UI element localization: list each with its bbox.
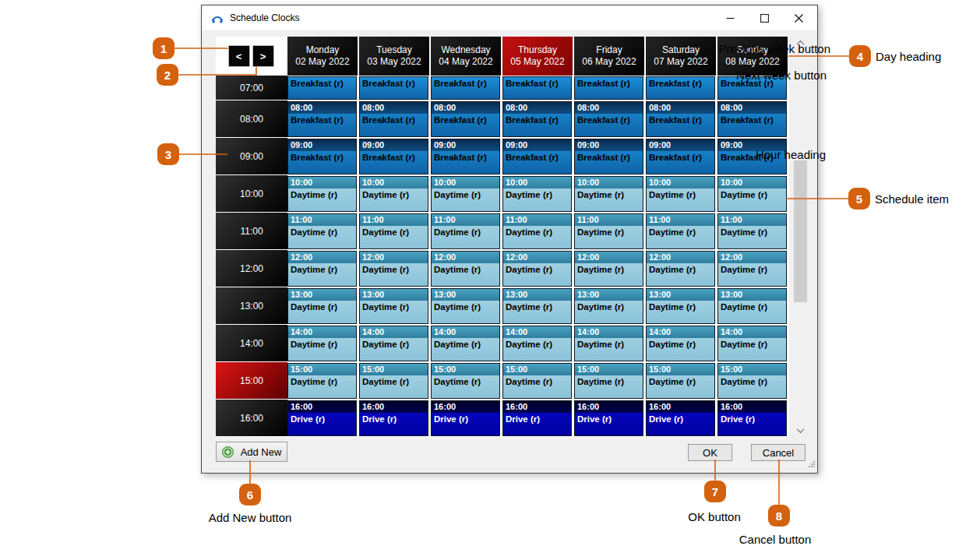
schedule-item[interactable]: 13:00Daytime (r) [646, 288, 715, 324]
schedule-item[interactable]: 15:00Daytime (r) [287, 363, 357, 399]
add-new-button[interactable]: Add New [216, 442, 287, 462]
schedule-item[interactable]: 11:00Daytime (r) [287, 213, 357, 249]
schedule-item[interactable]: 08:00Breakfast (r) [431, 101, 500, 137]
schedule-item-time: 09:00 [432, 139, 499, 151]
schedule-item[interactable]: 08:00Breakfast (r) [359, 101, 428, 137]
annotation-label-3: Hour heading [756, 148, 826, 161]
schedule-cell: 15:00Daytime (r) [359, 362, 431, 400]
schedule-item[interactable]: 12:00Daytime (r) [359, 251, 428, 287]
schedule-item-name: Breakfast (r) [503, 151, 571, 162]
schedule-item[interactable]: 09:00Breakfast (r) [502, 139, 572, 174]
schedule-item[interactable]: 13:00Daytime (r) [717, 288, 787, 324]
day-heading-monday: Monday02 May 2022 [287, 37, 358, 76]
schedule-item[interactable]: 10:00Daytime (r) [431, 176, 500, 212]
schedule-item-time: 14:00 [718, 326, 786, 338]
schedule-cell: 13:00Daytime (r) [431, 287, 502, 325]
scroll-down-button[interactable] [793, 424, 808, 437]
schedule-item[interactable]: 13:00Daytime (r) [574, 288, 643, 324]
schedule-item[interactable]: 14:00Daytime (r) [359, 326, 428, 361]
schedule-item[interactable]: 16:00Drive (r) [574, 400, 643, 436]
schedule-item[interactable]: 10:00Daytime (r) [502, 176, 572, 212]
schedule-item[interactable]: 14:00Daytime (r) [574, 326, 643, 361]
schedule-item[interactable]: 11:00Daytime (r) [574, 213, 643, 249]
schedule-item-time: 08:00 [503, 102, 571, 114]
minimize-button[interactable] [713, 5, 747, 30]
schedule-item[interactable]: 09:00Breakfast (r) [646, 139, 715, 174]
schedule-item[interactable]: 16:00Drive (r) [287, 400, 357, 436]
schedule-item[interactable]: 10:00Daytime (r) [287, 176, 357, 212]
schedule-item[interactable]: 14:00Daytime (r) [502, 326, 572, 361]
scroll-thumb[interactable] [794, 160, 807, 302]
next-week-button[interactable]: > [252, 45, 274, 67]
schedule-item[interactable]: 12:00Daytime (r) [574, 251, 643, 287]
schedule-item[interactable]: 09:00Breakfast (r) [287, 139, 357, 174]
resize-grip[interactable] [807, 457, 816, 471]
schedule-item-name: Breakfast (r) [432, 151, 499, 162]
schedule-item[interactable]: Breakfast (r) [359, 76, 428, 100]
schedule-item[interactable]: 11:00Daytime (r) [359, 213, 428, 249]
schedule-item[interactable]: 12:00Daytime (r) [431, 251, 500, 287]
schedule-item[interactable]: 11:00Daytime (r) [646, 213, 715, 249]
schedule-item[interactable]: 12:00Daytime (r) [646, 251, 715, 287]
schedule-cell: 15:00Daytime (r) [287, 362, 359, 400]
schedule-item[interactable]: 09:00Breakfast (r) [431, 139, 500, 174]
schedule-cell: 15:00Daytime (r) [431, 362, 502, 400]
schedule-item[interactable]: 08:00Breakfast (r) [502, 101, 572, 137]
schedule-item[interactable]: 16:00Drive (r) [359, 400, 428, 436]
schedule-item[interactable]: 11:00Daytime (r) [431, 213, 500, 249]
schedule-item[interactable]: 15:00Daytime (r) [574, 363, 643, 399]
schedule-item[interactable]: 09:00Breakfast (r) [359, 139, 428, 174]
schedule-item[interactable]: 10:00Daytime (r) [359, 176, 428, 212]
schedule-item[interactable]: 14:00Daytime (r) [646, 326, 715, 361]
close-button[interactable] [781, 5, 816, 30]
schedule-item[interactable]: 14:00Daytime (r) [287, 326, 357, 361]
schedule-item[interactable]: 11:00Daytime (r) [502, 213, 572, 249]
schedule-item[interactable]: Breakfast (r) [431, 76, 500, 100]
schedule-item[interactable]: 16:00Drive (r) [717, 400, 787, 436]
schedule-item[interactable]: 15:00Daytime (r) [502, 363, 572, 399]
schedule-item[interactable]: 13:00Daytime (r) [359, 288, 428, 324]
schedule-item[interactable]: 12:00Daytime (r) [502, 251, 572, 287]
schedule-item[interactable]: 11:00Daytime (r) [717, 213, 787, 249]
schedule-item-name: Breakfast (r) [647, 151, 714, 162]
schedule-item[interactable]: Breakfast (r) [502, 76, 572, 100]
cancel-button[interactable]: Cancel [751, 444, 806, 461]
schedule-item[interactable]: 16:00Drive (r) [431, 400, 500, 436]
schedule-item[interactable]: 15:00Daytime (r) [717, 363, 787, 399]
schedule-item[interactable]: 15:00Daytime (r) [431, 363, 500, 399]
schedule-item-name: Daytime (r) [503, 301, 571, 312]
schedule-item[interactable]: 15:00Daytime (r) [359, 363, 428, 399]
schedule-item[interactable]: 13:00Daytime (r) [502, 288, 572, 324]
schedule-item[interactable]: 16:00Drive (r) [646, 400, 715, 436]
schedule-item[interactable]: 14:00Daytime (r) [717, 326, 787, 361]
schedule-item[interactable]: 08:00Breakfast (r) [287, 101, 357, 137]
schedule-item[interactable]: Breakfast (r) [646, 76, 715, 100]
schedule-item-name: Daytime (r) [647, 226, 714, 237]
schedule-item[interactable]: 12:00Daytime (r) [717, 251, 787, 287]
schedule-cell: 09:00Breakfast (r) [359, 138, 431, 175]
schedule-item[interactable]: Breakfast (r) [287, 76, 357, 100]
schedule-item[interactable]: 08:00Breakfast (r) [646, 101, 715, 137]
schedule-item[interactable]: 09:00Breakfast (r) [574, 139, 643, 174]
previous-week-button[interactable]: < [228, 45, 250, 67]
schedule-item[interactable]: 08:00Breakfast (r) [717, 101, 787, 137]
schedule-item[interactable]: 13:00Daytime (r) [287, 288, 357, 324]
schedule-item-name: Daytime (r) [575, 301, 643, 312]
schedule-item[interactable]: Breakfast (r) [574, 76, 643, 100]
ok-button[interactable]: OK [688, 444, 732, 461]
schedule-item-name: Daytime (r) [432, 338, 499, 349]
schedule-item[interactable]: 10:00Daytime (r) [574, 176, 643, 212]
schedule-item[interactable]: 13:00Daytime (r) [431, 288, 500, 324]
schedule-item[interactable]: 15:00Daytime (r) [646, 363, 715, 399]
schedule-item[interactable]: 14:00Daytime (r) [431, 326, 500, 361]
schedule-item[interactable]: 16:00Drive (r) [502, 400, 572, 436]
schedule-item[interactable]: 12:00Daytime (r) [287, 251, 357, 287]
schedule-cell: 11:00Daytime (r) [359, 213, 431, 250]
schedule-item[interactable]: 10:00Daytime (r) [646, 176, 715, 212]
schedule-item-time: 09:00 [647, 139, 714, 151]
schedule-item[interactable]: 08:00Breakfast (r) [574, 101, 643, 137]
schedule-cell: 16:00Drive (r) [287, 400, 359, 437]
schedule-item-time: 12:00 [575, 252, 643, 263]
maximize-button[interactable] [747, 5, 781, 30]
schedule-item[interactable]: 10:00Daytime (r) [717, 176, 787, 212]
